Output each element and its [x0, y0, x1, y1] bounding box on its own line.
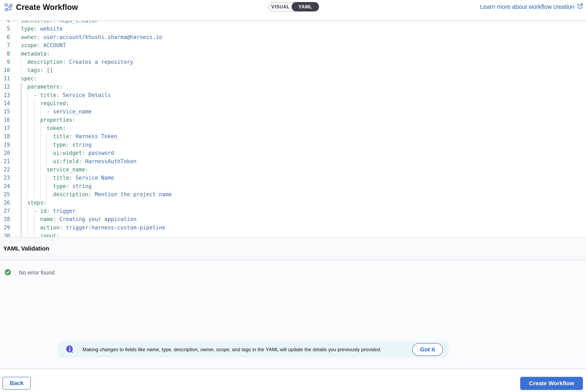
indent-guide [21, 182, 21, 190]
code-line: 26 steps: [0, 199, 586, 207]
code-token: service_name [46, 166, 85, 173]
code-token: name [40, 216, 53, 222]
code-line: 18 title: Harness Token [0, 132, 586, 140]
toggle-visual[interactable]: VISUAL [269, 4, 292, 10]
validation-status-row: No error found [4, 269, 54, 276]
line-number: 20 [0, 149, 10, 157]
code-token [21, 67, 27, 73]
code-line: 4identifier: Repo_Creator [0, 20, 586, 24]
brand: Create Workflow [4, 3, 78, 12]
code-token: : [85, 166, 88, 173]
code-line: 24 type: string [0, 182, 586, 190]
page-title: Create Workflow [16, 3, 78, 12]
code-line: 22 service_name: [0, 166, 586, 174]
code-token: HarnessAuthToken [85, 158, 136, 164]
toggle-yaml[interactable]: YAML [292, 2, 319, 12]
code-line: 9 description: Creates a repository [0, 58, 586, 66]
yaml-editor[interactable]: 4identifier: Repo_Creator5type: website6… [0, 20, 586, 238]
code-token [21, 100, 40, 106]
code-token: - [46, 108, 53, 114]
code-line: 6owner: user:account/khushi.sharma@harne… [0, 33, 586, 41]
learn-more-link[interactable]: Learn more about workflow creation [480, 0, 583, 14]
indent-guide [40, 124, 40, 132]
indent-guide [21, 132, 21, 140]
banner-text: Making changes to fields like name, type… [82, 347, 381, 352]
indent-guide [40, 149, 40, 157]
code-token: string [72, 183, 92, 189]
indent-guide [21, 207, 21, 215]
app-footer: Back Create Workflow [0, 369, 586, 392]
indent-guide [46, 182, 47, 190]
line-number: 16 [0, 116, 10, 124]
line-number: 11 [0, 74, 10, 82]
indent-guide [34, 149, 34, 157]
code-line: 16 properties: [0, 116, 586, 124]
indent-guide [34, 99, 34, 108]
line-number: 18 [0, 132, 10, 140]
code-token: : [66, 142, 72, 148]
code-token [21, 142, 53, 148]
indent-guide [27, 174, 28, 182]
code-line: 25 description: Mention the project name [0, 190, 586, 198]
code-token: metadata [21, 51, 46, 57]
code-line: 29 action: trigger:harness-custom-pipeli… [0, 224, 586, 232]
yaml-validation-title: YAML Validation [3, 245, 49, 252]
code-token [21, 59, 27, 65]
code-line: 14 required: [0, 99, 586, 108]
indent-guide [27, 166, 28, 174]
code-line: 15 - service_name [0, 108, 586, 116]
indent-guide [27, 207, 28, 215]
indent-guide [21, 141, 21, 149]
code-token: : [79, 158, 85, 164]
indent-guide [27, 116, 28, 124]
code-token: parameters [27, 84, 60, 90]
line-number: 6 [0, 33, 10, 41]
code-token: : [66, 183, 72, 189]
indent-guide [34, 132, 34, 140]
indent-guide [21, 166, 21, 174]
code-token [21, 216, 40, 222]
indent-guide [34, 157, 34, 166]
code-token: string [72, 142, 92, 148]
info-bubble-icon [65, 345, 74, 354]
code-token: title [53, 175, 69, 181]
code-token: : [60, 84, 63, 90]
code-line: 30 input: [0, 232, 586, 238]
got-it-button[interactable]: Got it [412, 343, 443, 356]
code-token: scope [21, 42, 37, 48]
code-token: : [82, 150, 88, 156]
indent-guide [46, 190, 47, 198]
code-token: id [40, 208, 46, 214]
code-token: : [88, 191, 95, 198]
code-token [21, 133, 53, 140]
code-token: user:account/khushi.sharma@harness.io [44, 34, 162, 40]
indent-guide [21, 124, 21, 132]
code-token: [] [46, 67, 53, 73]
code-token [21, 191, 53, 198]
indent-guide [40, 141, 40, 149]
indent-guide [27, 99, 28, 108]
code-token [21, 200, 27, 206]
code-token: password [88, 150, 114, 156]
back-button[interactable]: Back [2, 377, 31, 390]
code-token: action [40, 224, 60, 231]
indent-guide [27, 132, 28, 140]
line-number: 14 [0, 99, 10, 108]
create-workflow-button[interactable]: Create Workflow [520, 377, 583, 390]
code-token: identifier [21, 20, 53, 24]
yaml-validation-header: YAML Validation [0, 238, 586, 260]
code-token: - [34, 92, 40, 98]
check-circle-icon [4, 269, 11, 276]
code-token: : [53, 216, 60, 222]
line-number: 7 [0, 41, 10, 50]
indent-guide [27, 190, 28, 198]
indent-guide [21, 91, 21, 99]
code-token: description [53, 191, 88, 198]
indent-guide [21, 149, 21, 157]
validation-status-text: No error found [19, 270, 54, 276]
code-token: properties [40, 117, 72, 123]
code-token: : [60, 224, 66, 231]
indent-guide [27, 91, 28, 99]
indent-guide [34, 232, 34, 238]
view-toggle[interactable]: VISUAL YAML [268, 2, 319, 12]
